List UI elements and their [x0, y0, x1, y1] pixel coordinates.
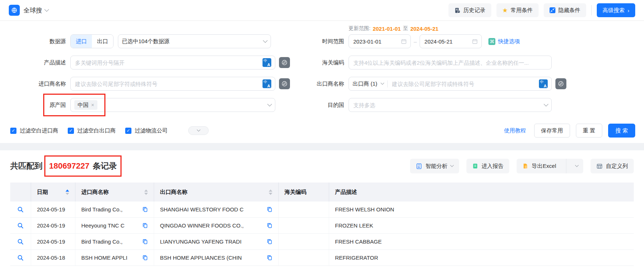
hs-code-label: 海关编码 [293, 59, 344, 66]
globe-icon[interactable] [9, 5, 20, 16]
calendar-icon[interactable] [472, 38, 478, 44]
form-right-column: 更新范围: 2021-01-01 至 2024-05-21 时间范围 – ⌘ [293, 25, 635, 119]
checkbox-filter-blank-importer[interactable]: ✓ 过滤空白进口商 [10, 127, 58, 134]
row-search-icon[interactable] [17, 206, 24, 213]
save-favorite-button[interactable]: 保存常用 [534, 124, 570, 138]
importer-input[interactable] [74, 80, 263, 87]
header-cell-date[interactable]: 日期 [31, 183, 75, 202]
sort-icon[interactable] [66, 189, 69, 195]
checkbox-filter-blank-exporter[interactable]: ✓ 过滤空白出口商 [68, 127, 116, 134]
hide-conditions-button[interactable]: 隐藏条件 [544, 3, 586, 17]
translate-icon[interactable]: 中 A [263, 58, 271, 67]
chevron-down-icon [575, 163, 579, 167]
cell-importer: Heeyoung TNC C [81, 222, 137, 229]
close-icon[interactable]: × [91, 102, 94, 108]
copy-icon[interactable] [142, 223, 148, 228]
sort-icon[interactable] [269, 189, 272, 195]
tutorial-link[interactable]: 使用教程 [504, 127, 526, 134]
checkbox-label: 过滤物流公司 [135, 127, 168, 134]
reset-button[interactable]: 重 置 [576, 124, 602, 138]
header-cell-importer[interactable]: 进口商名称 [75, 183, 154, 202]
copy-icon[interactable] [267, 239, 272, 244]
custom-columns-button[interactable]: 自定义列 [591, 159, 634, 173]
export-options-button[interactable] [570, 159, 583, 173]
hs-code-field [349, 56, 552, 69]
cell-date: 2024-05-19 [37, 222, 65, 229]
copy-icon[interactable] [267, 223, 272, 228]
chevron-down-icon [380, 81, 384, 84]
sort-icon[interactable] [144, 189, 148, 195]
copy-icon[interactable] [142, 207, 148, 212]
command-icon: ⌘ [488, 38, 495, 45]
copy-icon[interactable] [267, 207, 272, 212]
cell-date: 2024-05-19 [37, 206, 65, 213]
date-from-field [349, 34, 411, 48]
fuzzy-match-toggle[interactable] [279, 78, 290, 89]
results-header: 共匹配到 180697227 条记录 BI 智能分析 [10, 150, 634, 181]
table-row: 2024-05-19 Bird Trading Co., LIANYUNGANG… [10, 234, 634, 250]
collapse-form-button[interactable] [188, 126, 209, 135]
trade-direction-toggle: 进口 出口 [70, 34, 113, 48]
results-actions: BI 智能分析 进入报告 导出Exc [410, 159, 634, 173]
date-to-input[interactable] [424, 38, 472, 45]
search-button[interactable]: 搜 索 [608, 124, 635, 138]
exporter-field: 出口商 (1) 中 A [349, 77, 552, 91]
date-from-input[interactable] [353, 38, 401, 45]
translate-icon[interactable]: 中 A [263, 79, 271, 88]
origin-country-row: 原产国 中国 × [11, 98, 293, 112]
copy-icon[interactable] [142, 255, 148, 260]
favorites-button[interactable]: ★ 常用条件 [496, 3, 539, 17]
enter-report-button[interactable]: 进入报告 [466, 159, 509, 173]
cell-importer: BSH HOME APPLI [81, 255, 137, 261]
cell-date: 2024-05-19 [37, 238, 65, 245]
update-range-mid: 至 [403, 25, 408, 32]
quick-options-label: 快捷选项 [498, 38, 520, 45]
row-search-icon[interactable] [17, 255, 24, 261]
chevron-down-icon [267, 102, 272, 106]
row-search-icon[interactable] [17, 222, 24, 229]
data-source-select[interactable]: 已选中104个数据源 [118, 34, 271, 48]
destination-input[interactable] [353, 102, 544, 109]
smart-analysis-button[interactable]: BI 智能分析 [410, 159, 459, 173]
hs-code-input[interactable] [353, 59, 548, 66]
cell-importer: Bird Trading Co., [81, 206, 137, 213]
data-source-row: 数据源 进口 出口 已选中104个数据源 [11, 34, 293, 49]
translate-icon[interactable]: 中 A [539, 79, 548, 88]
row-search-icon[interactable] [17, 238, 24, 245]
hide-conditions-label: 隐藏条件 [558, 7, 580, 14]
header-cell-exporter[interactable]: 出口商名称 [154, 183, 278, 202]
quick-options-button[interactable]: ⌘ 快捷选项 [488, 38, 520, 45]
update-range-label: 更新范围: [349, 25, 371, 32]
chevron-down-icon [197, 128, 200, 131]
origin-country-tag[interactable]: 中国 × [74, 100, 97, 110]
table-columns-icon [596, 163, 603, 169]
checkbox-label: 过滤空白进口商 [20, 127, 58, 134]
cell-exporter: SHANGHAI WELSTORY FOOD C [160, 206, 252, 213]
export-excel-button[interactable]: 导出Excel [517, 159, 562, 173]
checkbox-filter-logistics[interactable]: ✓ 过滤物流公司 [125, 127, 168, 134]
annotation-box-count: 180697227 条记录 [44, 155, 122, 177]
destination-select[interactable] [349, 98, 552, 112]
origin-country-select[interactable]: 中国 × [70, 98, 275, 112]
notebook-icon [472, 163, 478, 169]
filter-options-row: ✓ 过滤空白进口商 ✓ 过滤空白出口商 ✓ 过滤物流公司 使用教程 保存常用 重… [0, 123, 644, 138]
calendar-icon[interactable] [401, 38, 407, 44]
export-tab[interactable]: 出口 [92, 35, 113, 48]
data-source-selected-value: 已选中104个数据源 [122, 38, 170, 45]
exporter-type-select[interactable]: 出口商 (1) [353, 80, 388, 87]
column-label: 产品描述 [335, 189, 357, 196]
fuzzy-match-toggle[interactable] [555, 78, 566, 89]
copy-icon[interactable] [142, 239, 148, 244]
import-tab[interactable]: 进口 [71, 35, 92, 48]
exporter-input[interactable] [391, 80, 539, 87]
checkbox-checked-icon: ✓ [125, 128, 131, 134]
cell-product: FROZEN LEEK [335, 222, 373, 229]
history-button[interactable]: 历史记录 [448, 3, 491, 17]
advanced-search-button[interactable]: 高级搜索 › [597, 3, 635, 17]
importer-field: 中 A [70, 77, 275, 91]
header-cell-hs-code: 海关编码 [278, 183, 329, 202]
product-desc-input[interactable] [74, 59, 263, 66]
copy-icon[interactable] [267, 255, 272, 260]
app-switcher[interactable]: 全球搜 [23, 6, 48, 15]
fuzzy-match-toggle[interactable] [279, 57, 290, 68]
